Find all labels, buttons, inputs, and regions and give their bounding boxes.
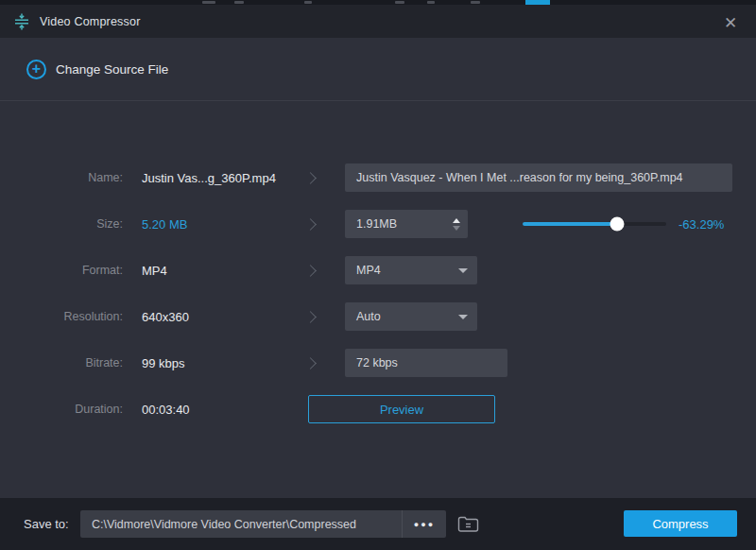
slider-fill <box>523 222 617 226</box>
name-source-value: Justin Vas...g_360P.mp4 <box>142 171 291 185</box>
size-label: Size: <box>0 217 123 231</box>
background-glyph <box>202 1 215 4</box>
bitrate-source-value: 99 kbps <box>142 356 291 370</box>
compressor-form: Name: Justin Vas...g_360P.mp4 Size: 5.20… <box>0 101 756 498</box>
chevron-right-icon <box>291 313 329 321</box>
format-source-value: MP4 <box>142 264 291 278</box>
chevron-right-icon <box>291 220 329 229</box>
stepper-up-icon[interactable] <box>453 218 460 223</box>
titlebar: Video Compressor ✕ <box>0 5 756 38</box>
resolution-selected-value: Auto <box>356 310 381 323</box>
background-glyph <box>427 1 435 4</box>
name-input[interactable] <box>345 163 732 192</box>
compress-button[interactable]: Compress <box>624 510 737 537</box>
format-row: Format: MP4 MP4 <box>0 256 756 284</box>
header-bar: + Change Source File <box>0 38 756 101</box>
chevron-right-icon <box>291 359 329 368</box>
bitrate-input[interactable] <box>345 349 507 377</box>
duration-label: Duration: <box>0 403 123 416</box>
save-to-label: Save to: <box>24 517 80 531</box>
size-row: Size: 5.20 MB -63.29% <box>0 210 756 238</box>
resolution-label: Resolution: <box>0 310 123 323</box>
slider-thumb[interactable] <box>610 217 625 232</box>
resolution-row: Resolution: 640x360 Auto <box>0 302 756 331</box>
resolution-source-value: 640x360 <box>142 310 291 324</box>
dropdown-arrow-icon <box>458 315 468 319</box>
stepper-down-icon[interactable] <box>453 226 460 231</box>
close-icon[interactable]: ✕ <box>720 12 741 33</box>
format-label: Format: <box>0 264 123 277</box>
name-row: Name: Justin Vas...g_360P.mp4 <box>0 163 756 192</box>
chevron-right-icon <box>291 174 329 182</box>
duration-row: Duration: 00:03:40 Preview <box>0 395 756 423</box>
compressor-icon <box>13 13 30 30</box>
size-stepper[interactable] <box>453 210 460 238</box>
save-path-group: ●●● <box>80 510 446 538</box>
background-glyph <box>471 1 480 4</box>
change-source-file-button[interactable]: + Change Source File <box>26 60 168 79</box>
save-path-input[interactable] <box>80 510 402 538</box>
plus-circle-icon: + <box>26 60 46 79</box>
browse-ellipsis-button[interactable]: ●●● <box>403 510 446 538</box>
background-glyph <box>395 1 404 4</box>
duration-value: 00:03:40 <box>142 403 291 417</box>
size-source-value: 5.20 MB <box>142 217 291 232</box>
bitrate-label: Bitrate: <box>0 356 123 370</box>
background-glyph <box>234 1 244 4</box>
bitrate-row: Bitrate: 99 kbps <box>0 349 756 377</box>
open-folder-button[interactable] <box>455 511 481 538</box>
name-label: Name: <box>0 171 123 184</box>
preview-button[interactable]: Preview <box>308 395 495 423</box>
dialog-title: Video Compressor <box>40 15 141 28</box>
resolution-select[interactable]: Auto <box>345 302 477 331</box>
video-compressor-dialog: Video Compressor ✕ + Change Source File … <box>0 0 756 550</box>
dropdown-arrow-icon <box>458 268 468 273</box>
chevron-right-icon <box>291 266 329 275</box>
background-glyph <box>304 1 312 4</box>
size-input[interactable] <box>345 210 468 238</box>
compression-percent: -63.29% <box>679 217 724 232</box>
format-selected-value: MP4 <box>356 264 381 277</box>
change-source-file-label: Change Source File <box>56 62 168 77</box>
size-slider[interactable] <box>523 222 666 226</box>
format-select[interactable]: MP4 <box>345 256 477 284</box>
